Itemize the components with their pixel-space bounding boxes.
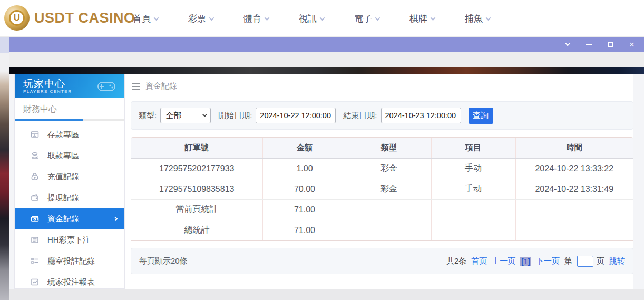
end-date-label: 結束日期: bbox=[343, 111, 377, 121]
nav-item-lottery[interactable]: 彩票 bbox=[188, 13, 213, 25]
sidebar-item-label: 存款專區 bbox=[47, 130, 79, 140]
window-body: 玩家中心 PLAYERS CENTER 財務中心 存款專區 bbox=[9, 74, 644, 289]
sidebar-section-title: 財務中心 bbox=[23, 104, 124, 115]
cell-order-number: 1729575202177933 bbox=[131, 158, 262, 179]
sidebar-title: 玩家中心 bbox=[23, 79, 72, 89]
chevron-down-icon bbox=[431, 15, 436, 21]
table-header-row: 訂單號 金額 類型 項目 時間 bbox=[131, 138, 633, 158]
sidebar-item-label: 提現記錄 bbox=[47, 193, 79, 203]
col-item: 項目 bbox=[431, 138, 515, 158]
chevron-down-icon bbox=[202, 112, 207, 117]
type-select-value: 全部 bbox=[165, 111, 181, 121]
cell-time: 2024-10-22 13:33:22 bbox=[515, 158, 633, 179]
nav-item-fishing[interactable]: 捕魚 bbox=[465, 13, 490, 25]
menu-toggle-icon[interactable] bbox=[132, 82, 140, 91]
deposit-machine-icon bbox=[31, 130, 39, 139]
chevron-down-icon bbox=[375, 15, 380, 21]
list-icon bbox=[31, 236, 39, 244]
logo-text: USDT CASINO bbox=[34, 10, 135, 26]
sidebar: 玩家中心 PLAYERS CENTER 財務中心 存款專區 bbox=[14, 74, 125, 289]
sidebar-item-hh-lottery-bets[interactable]: HH彩票下注 bbox=[15, 229, 124, 250]
cell-amount: 71.00 bbox=[262, 199, 347, 220]
background-photo bbox=[0, 37, 9, 300]
records-table: 訂單號 金額 類型 項目 時間 1729575202177933 1.00 bbox=[131, 138, 633, 240]
window-toolbar-strip bbox=[9, 52, 644, 67]
banknote-icon bbox=[31, 215, 39, 223]
nav-item-chess[interactable]: 棋牌 bbox=[409, 13, 435, 25]
type-select[interactable]: 全部 bbox=[160, 108, 211, 123]
sidebar-item-fund-records[interactable]: 資金記錄 bbox=[15, 208, 124, 229]
table-row-grand-total: 總統計 71.00 bbox=[131, 220, 633, 240]
type-label: 類型: bbox=[139, 111, 157, 121]
jump-link[interactable]: 跳转 bbox=[609, 256, 625, 266]
chevron-down-icon bbox=[320, 15, 325, 21]
window-maximize-button[interactable] bbox=[607, 40, 614, 49]
start-date-input[interactable] bbox=[256, 108, 336, 123]
nav-label: 視訊 bbox=[299, 13, 317, 25]
current-page-indicator[interactable]: [1] bbox=[520, 257, 531, 266]
window-titlebar: × bbox=[9, 37, 644, 52]
first-page-link[interactable]: 首页 bbox=[471, 256, 487, 266]
nav-item-home[interactable]: 首頁 bbox=[133, 13, 158, 25]
pagination-controls: 共2条 首页 上一页 [1] 下一页 第 页 跳转 bbox=[446, 256, 625, 267]
maximize-icon bbox=[608, 42, 613, 47]
sidebar-item-hall-bet-records[interactable]: 廳室投註記錄 bbox=[15, 250, 124, 272]
cell-item: 手动 bbox=[431, 158, 515, 179]
nav-label: 體育 bbox=[243, 13, 261, 25]
window-collapse-button[interactable] bbox=[563, 40, 571, 49]
sidebar-item-recharge-records[interactable]: 充值記錄 bbox=[15, 166, 124, 187]
hand-coin-icon bbox=[31, 151, 39, 160]
sidebar-subtitle: PLAYERS CENTER bbox=[23, 89, 72, 94]
window-minimize-button[interactable] bbox=[585, 40, 592, 49]
sidebar-item-label: 充值記錄 bbox=[47, 172, 79, 182]
next-page-link[interactable]: 下一页 bbox=[536, 256, 560, 266]
nav-item-slots[interactable]: 電子 bbox=[354, 13, 379, 25]
page-title: 資金記錄 bbox=[145, 81, 177, 91]
sidebar-item-withdraw-area[interactable]: 取款專區 bbox=[15, 145, 124, 166]
window-banner-strip bbox=[9, 67, 644, 74]
chevron-right-icon bbox=[113, 217, 118, 221]
cell-type: 彩金 bbox=[347, 158, 431, 179]
nav-item-sports[interactable]: 體育 bbox=[243, 13, 269, 25]
sidebar-item-label: 資金記錄 bbox=[47, 214, 79, 224]
query-button[interactable]: 查詢 bbox=[469, 108, 493, 124]
cell-amount: 70.00 bbox=[262, 179, 347, 199]
breadcrumb: 資金記錄 bbox=[132, 81, 177, 91]
nav-item-live-video[interactable]: 視訊 bbox=[299, 13, 324, 25]
page-number-input[interactable] bbox=[577, 256, 593, 267]
col-type: 類型 bbox=[347, 138, 431, 158]
sidebar-menu: 存款專區 取款專區 充值記錄 提現記錄 bbox=[15, 124, 124, 289]
page-size-text: 每頁顯示20條 bbox=[139, 256, 188, 266]
prev-page-link[interactable]: 上一页 bbox=[492, 256, 515, 266]
col-order-number: 訂單號 bbox=[131, 138, 262, 158]
logo-monogram: U bbox=[9, 10, 25, 26]
screen: U USDT CASINO 首頁 彩票 體育 視訊 電子 bbox=[0, 0, 644, 300]
window-close-button[interactable]: × bbox=[628, 40, 636, 49]
sidebar-item-deposit-area[interactable]: 存款專區 bbox=[15, 124, 124, 145]
sidebar-item-label: HH彩票下注 bbox=[47, 235, 91, 245]
sidebar-item-label: 廳室投註記錄 bbox=[47, 256, 95, 266]
nav-label: 首頁 bbox=[133, 13, 151, 25]
nav-label: 棋牌 bbox=[409, 13, 427, 25]
sidebar-item-withdrawal-records[interactable]: 提現記錄 bbox=[15, 187, 124, 208]
player-center-window: × 玩家中心 PLAYERS CENTER bbox=[9, 37, 644, 300]
end-date-input[interactable] bbox=[381, 108, 461, 123]
cell-amount: 1.00 bbox=[262, 158, 347, 179]
nav-label: 彩票 bbox=[188, 13, 206, 25]
main-content: 資金記錄 類型: 全部 開始日期: 結束日期: 查詢 bbox=[125, 74, 633, 289]
wallet-icon bbox=[31, 193, 39, 202]
cell-item: 手动 bbox=[431, 179, 515, 199]
minimize-icon bbox=[586, 44, 592, 45]
sidebar-item-player-bet-report[interactable]: 玩家投注報表 bbox=[15, 272, 124, 289]
total-count-text: 共2条 bbox=[446, 256, 466, 266]
chevron-down-icon bbox=[209, 15, 214, 21]
logo[interactable]: U USDT CASINO bbox=[4, 5, 135, 31]
top-header: U USDT CASINO 首頁 彩票 體育 視訊 電子 bbox=[0, 0, 644, 37]
gamepad-icon bbox=[96, 79, 117, 93]
section-underline bbox=[15, 119, 124, 121]
nav-label: 捕魚 bbox=[465, 13, 483, 25]
window-footer-strip bbox=[9, 289, 644, 300]
chevron-down-icon bbox=[265, 15, 270, 21]
table-row: 1729575202177933 1.00 彩金 手动 2024-10-22 1… bbox=[131, 158, 633, 179]
cell-label: 總統計 bbox=[131, 220, 262, 240]
